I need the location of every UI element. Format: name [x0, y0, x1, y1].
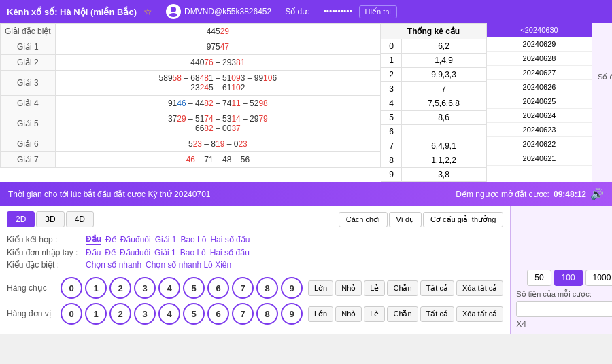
show-balance-button[interactable]: Hiển thị: [359, 5, 398, 18]
stats-date-item[interactable]: <20240630: [487, 23, 592, 37]
table-row: Giải 6 523 – 819 – 023: [1, 136, 381, 152]
link-haisodau[interactable]: Hai số đầu: [210, 235, 250, 244]
link-dau[interactable]: Đầu: [86, 234, 101, 245]
link-de[interactable]: Đề: [105, 235, 116, 244]
chuc-tatca-button[interactable]: Tất cả: [420, 280, 454, 296]
stats-date-item[interactable]: 20240621: [487, 151, 592, 166]
digit-donvi-0[interactable]: 0: [61, 303, 82, 325]
digit-chuc-7[interactable]: 7: [232, 277, 254, 299]
link2-baolo[interactable]: Bao Lô: [180, 248, 206, 257]
stats-date-item[interactable]: 20240625: [487, 94, 592, 109]
stats-val: 7,5,6,6,8: [402, 96, 486, 111]
stats-date-item[interactable]: 20240628: [487, 52, 592, 66]
stats-pos: 9: [381, 168, 402, 182]
digit-donvi-4[interactable]: 4: [158, 303, 180, 325]
lottery-result: 44529: [55, 24, 380, 39]
donvi-xoa-button[interactable]: Xóa tất cả: [456, 306, 503, 322]
table-row: Giải đặc biệt 44529: [1, 24, 381, 39]
lottery-result: 58958 – 68481 – 51093 – 99106 23245 – 61…: [55, 71, 380, 96]
tab-3d[interactable]: 3D: [36, 211, 64, 228]
stats-row: 2 9,9,3,3: [381, 68, 486, 82]
link3-lo-xien[interactable]: Chọn số nhanh Lô Xiên: [146, 260, 231, 270]
row-label: Giải 3: [1, 71, 56, 96]
stats-pos: 0: [381, 39, 402, 54]
bet-50-button[interactable]: 50: [527, 270, 551, 286]
link3-chon-so-nhanh[interactable]: Chọn số nhanh: [86, 260, 141, 270]
co-cau-button[interactable]: Cơ cấu giải thưởng: [423, 212, 503, 228]
digit-donvi-9[interactable]: 9: [281, 303, 303, 325]
timer-bar: Thời gian cho tới lúc bắt đầu đặt cược K…: [0, 182, 612, 206]
bet-100-button[interactable]: 100: [554, 270, 583, 286]
cach-choi-button[interactable]: Cách chơi: [339, 212, 388, 228]
star-icon[interactable]: ☆: [143, 6, 152, 17]
stats-row: 1 1,4,9: [381, 54, 486, 68]
link2-de[interactable]: Đề: [105, 248, 116, 257]
link-baolo[interactable]: Bao Lô: [180, 235, 206, 244]
digit-donvi-6[interactable]: 6: [207, 303, 229, 325]
donvi-lon-button[interactable]: Lớn: [308, 306, 333, 322]
stats-pos: 3: [381, 82, 402, 96]
chuc-nho-button[interactable]: Nhỏ: [335, 280, 362, 296]
lottery-result: 9146 – 4482 – 7411 – 5298: [55, 96, 380, 111]
digit-donvi-5[interactable]: 5: [183, 303, 205, 325]
table-row: Giải 2 44076 – 29381: [1, 55, 381, 71]
stats-val: [402, 125, 486, 139]
donvi-nho-button[interactable]: Nhỏ: [335, 306, 362, 322]
digit-chuc-8[interactable]: 8: [256, 277, 278, 299]
link2-haisodau[interactable]: Hai số đầu: [210, 248, 250, 257]
kieu-dac-biet-label: Kiểu đặc biệt :: [7, 260, 82, 270]
digit-chuc-2[interactable]: 2: [109, 277, 131, 299]
bet-input[interactable]: [516, 301, 612, 317]
stats-date-item[interactable]: 20240623: [487, 123, 592, 137]
link-dauduoi[interactable]: Đầuđuôi: [120, 235, 151, 244]
digit-chuc-6[interactable]: 6: [207, 277, 229, 299]
stats-date-item[interactable]: 20240627: [487, 66, 592, 80]
stats-date-item[interactable]: 20240626: [487, 80, 592, 94]
digit-donvi-7[interactable]: 7: [232, 303, 254, 325]
betting-left: 2D 3D 4D Cách chơi Ví dụ Cơ cấu giải thư…: [0, 206, 510, 334]
stats-val: 6,4,9,1: [402, 139, 486, 153]
digit-chuc-0[interactable]: 0: [61, 277, 82, 299]
digit-donvi-2[interactable]: 2: [109, 303, 131, 325]
countdown-label: Đếm ngược mở đặt cược:: [456, 189, 549, 199]
stats-date-item[interactable]: 20240629: [487, 37, 592, 52]
right-title-line2: Kỳ thứ: [598, 41, 612, 53]
digit-chuc-4[interactable]: 4: [158, 277, 180, 299]
chuc-le-button[interactable]: Lẻ: [364, 280, 385, 296]
username: DMVND@k55k3826452: [184, 7, 271, 16]
digit-chuc-9[interactable]: 9: [281, 277, 303, 299]
timer-text: Thời gian cho tới lúc bắt đầu đặt cược K…: [8, 189, 445, 199]
tab-2d[interactable]: 2D: [7, 211, 35, 228]
digit-chuc-1[interactable]: 1: [85, 277, 107, 299]
row-label: Giải 5: [1, 111, 56, 136]
link2-dau[interactable]: Đầu: [86, 248, 101, 257]
donvi-tatca-button[interactable]: Tất cả: [420, 306, 454, 322]
table-row: Giải 1 97547: [1, 39, 381, 55]
svg-point-0: [171, 7, 176, 12]
speaker-icon[interactable]: 🔊: [590, 187, 604, 200]
stats-date-item[interactable]: 20240624: [487, 109, 592, 123]
digit-donvi-3[interactable]: 3: [134, 303, 156, 325]
stats-date-item[interactable]: 20240622: [487, 137, 592, 151]
chuc-xoa-button[interactable]: Xóa tất cả: [456, 280, 503, 296]
stats-val: 1,4,9: [402, 54, 486, 68]
stats-row: 8 1,1,2,2: [381, 153, 486, 168]
link2-dauduoi[interactable]: Đầuđuôi: [120, 248, 150, 257]
lottery-result: 44076 – 29381: [55, 55, 380, 71]
link2-giai1[interactable]: Giải 1: [154, 248, 176, 257]
donvi-chan-button[interactable]: Chẵn: [387, 306, 418, 322]
link-giai1[interactable]: Giải 1: [155, 235, 177, 244]
digit-chuc-5[interactable]: 5: [183, 277, 205, 299]
numpad-chuc-actions: Lớn Nhỏ Lẻ Chẵn Tất cả Xóa tất cả: [308, 280, 503, 296]
chuc-chan-button[interactable]: Chẵn: [387, 280, 418, 296]
stats-pos: 1: [381, 54, 402, 68]
bet-1000-button[interactable]: 1000: [585, 270, 612, 286]
donvi-le-button[interactable]: Lẻ: [364, 306, 385, 322]
chuc-lon-button[interactable]: Lớn: [308, 280, 333, 296]
avatar: [166, 4, 181, 19]
digit-donvi-1[interactable]: 1: [85, 303, 107, 325]
vi-du-button[interactable]: Ví dụ: [389, 212, 422, 228]
tab-4d[interactable]: 4D: [66, 211, 94, 228]
digit-donvi-8[interactable]: 8: [256, 303, 278, 325]
digit-chuc-3[interactable]: 3: [134, 277, 156, 299]
